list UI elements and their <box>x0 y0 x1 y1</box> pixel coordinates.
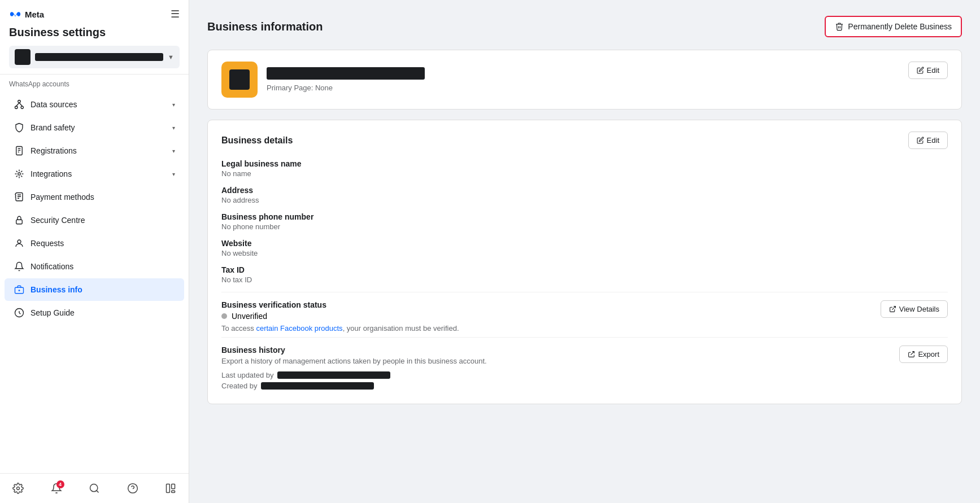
sidebar-item-business-info[interactable]: Business info <box>5 278 184 301</box>
sidebar-nav: Data sources ▾ Brand safety ▾ Registrati… <box>0 90 189 473</box>
svg-point-27 <box>128 484 137 493</box>
edit-icon-2 <box>917 137 924 144</box>
sidebar-item-notifications[interactable]: Notifications <box>5 255 184 278</box>
trash-icon <box>835 22 844 31</box>
verification-left: Business verification status Unverified … <box>221 300 881 333</box>
account-name <box>35 53 163 61</box>
svg-rect-29 <box>167 484 170 493</box>
svg-line-12 <box>16 171 18 172</box>
svg-rect-18 <box>16 220 23 224</box>
phone-value: No phone number <box>221 222 948 231</box>
address-value: No address <box>221 196 948 204</box>
sidebar-item-registrations[interactable]: Registrations ▾ <box>5 139 184 162</box>
sidebar-item-label-security-centre: Security Centre <box>31 216 175 225</box>
main-header: Business information Permanently Delete … <box>207 16 962 37</box>
business-details-card: Business details Edit Legal business nam… <box>207 120 962 404</box>
svg-point-24 <box>17 487 20 490</box>
svg-line-3 <box>16 103 19 106</box>
legal-name-value: No name <box>221 169 948 178</box>
chevron-down-icon-4: ▾ <box>172 171 175 177</box>
setup-guide-icon <box>14 307 25 318</box>
notification-badge: 4 <box>56 480 64 488</box>
svg-rect-31 <box>172 491 175 492</box>
business-logo-inner <box>229 69 250 90</box>
whatsapp-accounts-label: WhatsApp accounts <box>0 75 189 90</box>
business-name-redacted <box>267 67 425 80</box>
history-last-updated-row: Last updated by <box>221 371 899 379</box>
svg-point-19 <box>18 240 21 243</box>
edit-icon <box>917 67 924 74</box>
legal-name-label: Legal business name <box>221 159 948 168</box>
requests-icon <box>14 238 25 249</box>
notifications-icon <box>14 261 25 272</box>
sidebar-item-data-sources[interactable]: Data sources ▾ <box>5 93 184 116</box>
chevron-down-icon-2: ▾ <box>172 125 175 131</box>
sidebar-item-label-integrations: Integrations <box>31 169 167 178</box>
created-label: Created by <box>221 382 258 390</box>
chevron-down-icon: ▾ <box>172 102 175 108</box>
sidebar-item-security-centre[interactable]: Security Centre <box>5 209 184 231</box>
export-button[interactable]: Export <box>899 345 948 363</box>
edit-details-label: Edit <box>927 136 939 145</box>
sidebar-header: Meta ☰ Business settings ▼ <box>0 0 189 75</box>
delete-button-label: Permanently Delete Business <box>848 22 952 31</box>
notification-bell-button[interactable]: 4 <box>47 479 66 497</box>
sidebar-item-brand-safety[interactable]: Brand safety ▾ <box>5 116 184 139</box>
meta-text: Meta <box>25 10 44 19</box>
search-icon-button[interactable] <box>85 479 103 497</box>
hamburger-menu[interactable]: ☰ <box>171 8 180 20</box>
security-centre-icon <box>14 215 25 226</box>
help-icon-button[interactable] <box>124 479 142 497</box>
sidebar-footer: 4 <box>0 473 189 503</box>
settings-icon-button[interactable] <box>9 479 27 497</box>
detail-row-phone: Business phone number No phone number <box>221 212 948 231</box>
verification-status-label: Business verification status <box>221 300 881 309</box>
history-label: Business history <box>221 345 899 355</box>
sidebar-item-payment-methods[interactable]: Payment methods <box>5 186 184 208</box>
website-value: No website <box>221 249 948 257</box>
account-selector[interactable]: ▼ <box>9 46 180 68</box>
business-identity-edit-button[interactable]: Edit <box>908 62 948 79</box>
meta-logo-icon <box>9 8 21 20</box>
account-chevron-icon: ▼ <box>168 54 174 60</box>
verification-status-text: Unverified <box>232 312 267 321</box>
phone-label: Business phone number <box>221 212 948 221</box>
certain-facebook-products-link[interactable]: certain Facebook products <box>256 324 342 333</box>
history-created-row: Created by <box>221 382 899 390</box>
sidebar-item-label-notifications: Notifications <box>31 262 175 271</box>
verification-status-row: Unverified <box>221 312 881 321</box>
svg-line-17 <box>21 171 22 172</box>
business-identity-card: Primary Page: None Edit <box>207 50 962 110</box>
svg-rect-30 <box>172 484 175 489</box>
sidebar-item-setup-guide[interactable]: Setup Guide <box>5 301 184 324</box>
integrations-icon <box>14 168 25 180</box>
verification-block: Business verification status Unverified … <box>221 292 948 333</box>
address-label: Address <box>221 186 948 195</box>
layout-icon-button[interactable] <box>162 479 180 497</box>
view-details-button[interactable]: View Details <box>881 300 948 318</box>
svg-point-2 <box>21 106 24 109</box>
website-label: Website <box>221 239 948 248</box>
permanently-delete-business-button[interactable]: Permanently Delete Business <box>825 16 962 37</box>
unverified-status-dot <box>221 313 227 319</box>
account-avatar <box>15 49 31 65</box>
meta-logo-row: Meta ☰ <box>9 8 180 20</box>
business-info-icon <box>14 284 25 295</box>
verification-desc-pre: To access <box>221 324 256 333</box>
data-sources-icon <box>14 99 25 110</box>
business-logo <box>221 62 258 98</box>
sidebar-item-integrations[interactable]: Integrations ▾ <box>5 163 184 185</box>
business-details-edit-button[interactable]: Edit <box>908 132 948 149</box>
sidebar-item-requests[interactable]: Requests <box>5 232 184 255</box>
sidebar-item-label-payment-methods: Payment methods <box>31 193 175 202</box>
page-title: Business information <box>207 20 323 33</box>
tax-id-value: No tax ID <box>221 275 948 284</box>
business-details-title: Business details <box>221 135 293 146</box>
business-details-header: Business details Edit <box>221 132 948 149</box>
primary-page-label: Primary Page: None <box>267 84 333 92</box>
last-updated-value-redacted <box>277 371 390 379</box>
view-details-label: View Details <box>899 305 939 313</box>
sidebar: Meta ☰ Business settings ▼ WhatsApp acco… <box>0 0 189 503</box>
business-identity: Primary Page: None Edit <box>221 62 948 98</box>
svg-point-25 <box>90 484 98 492</box>
